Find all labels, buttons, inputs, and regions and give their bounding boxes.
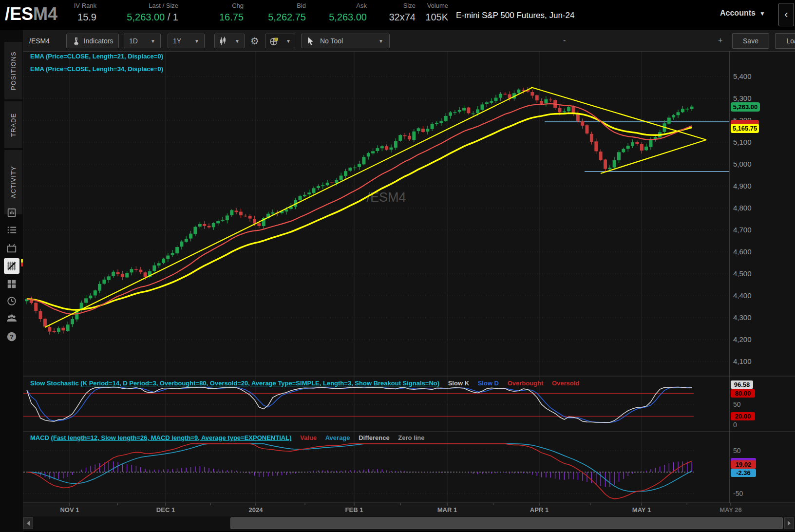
chevron-down-icon: ▼ xyxy=(194,38,199,44)
triangle-right-icon xyxy=(788,521,791,526)
watchlist-icon[interactable] xyxy=(5,224,18,237)
timeframe-select[interactable]: 1D▼ xyxy=(124,34,161,48)
flask-icon xyxy=(72,37,80,45)
chart-type-select[interactable]: ▼ xyxy=(214,34,245,48)
last-price-badge: 5,263.00 xyxy=(731,102,760,112)
legend-macd-average: Average xyxy=(325,434,350,441)
legend-overbought: Overbought xyxy=(508,380,544,387)
sidebar-tab-positions[interactable]: POSITIONS xyxy=(4,42,22,99)
instrument-description: E-mini S&P 500 Futures, Jun-24 xyxy=(456,11,574,20)
sidebar-tab-activity[interactable]: ACTIVITY xyxy=(4,150,22,214)
stochastic-study-label[interactable]: Slow Stochastic (K Period=14, D Period=3… xyxy=(30,380,439,387)
symbol-title: /ESM4 xyxy=(5,4,57,24)
stoch-value-badge: 96.58 xyxy=(731,380,753,389)
cursor-icon xyxy=(307,37,314,45)
macd-average-badge: -2.36 xyxy=(731,469,756,477)
chart-toolbar: /ESM4 Indicators 1D▼ 1Y▼ ▼ ⚙ ▼ No Tool ▼… xyxy=(23,30,795,52)
zoom-out-button[interactable]: - xyxy=(563,36,566,45)
stat-bid: Bid 5,262.75 xyxy=(244,2,306,24)
chevron-down-icon: ▼ xyxy=(379,38,383,44)
chevron-down-icon: ▼ xyxy=(759,10,765,17)
collapse-panel-button[interactable]: ‹ xyxy=(778,3,794,26)
legend-oversold: Oversold xyxy=(552,380,579,387)
range-select[interactable]: 1Y▼ xyxy=(168,34,205,48)
news-report-icon[interactable] xyxy=(5,207,18,219)
date-axis xyxy=(23,503,795,516)
load-button[interactable]: Load xyxy=(775,33,795,49)
save-button[interactable]: Save xyxy=(732,33,769,49)
symbol-root: /ES xyxy=(5,4,33,24)
stat-volume: Volume 105K xyxy=(417,2,448,24)
macd-legend: MACD (Fast length=12, Slow length=26, MA… xyxy=(30,434,425,441)
scroll-right-button[interactable] xyxy=(784,517,794,529)
legend-slow-d: Slow D xyxy=(478,380,499,387)
header-bar: /ESM4 IV Rank 15.9 Last / Size 5,263.00 … xyxy=(0,0,795,30)
app-window: /ESM4 IV Rank 15.9 Last / Size 5,263.00 … xyxy=(0,0,795,532)
legend-slow-k: Slow K xyxy=(448,380,469,387)
macd-study-label[interactable]: MACD (Fast length=12, Slow length=26, MA… xyxy=(30,434,291,441)
stoch-oversold-badge: 20.00 xyxy=(731,412,755,420)
ema34-study-label[interactable]: EMA (Price=CLOSE, Length=34, Displace=0) xyxy=(30,65,163,73)
chart-scrollbar xyxy=(23,516,795,531)
chevron-down-icon: ▼ xyxy=(235,38,240,44)
stat-last-size: Last / Size 5,263.00 / 1 xyxy=(111,2,178,24)
zoom-in-button[interactable]: + xyxy=(718,36,722,45)
macd-value-badge: 19.02 xyxy=(731,460,756,469)
stat-size: Size 32x74 xyxy=(378,2,416,24)
symbol-suffix: M4 xyxy=(33,4,57,24)
stoch-overbought-badge: 80.00 xyxy=(731,389,755,398)
ema34-price-badge: 5,165.75 xyxy=(731,124,759,133)
sidebar-tab-trade[interactable]: TRADE xyxy=(4,101,22,148)
compare-select[interactable]: ▼ xyxy=(265,34,295,48)
help-icon[interactable]: ? xyxy=(5,330,18,343)
accounts-dropdown[interactable]: Accounts▼ xyxy=(720,9,765,18)
stat-iv-rank: IV Rank 15.9 xyxy=(58,2,96,24)
scrollbar-thumb[interactable] xyxy=(230,517,783,529)
history-icon[interactable] xyxy=(5,295,18,307)
scroll-left-button[interactable] xyxy=(23,517,33,529)
chevron-left-icon: ‹ xyxy=(784,8,788,20)
alert-marker-red xyxy=(21,263,23,266)
legend-macd-value: Value xyxy=(300,434,317,441)
chevron-down-icon: ▼ xyxy=(286,38,291,44)
triangle-left-icon xyxy=(27,521,30,526)
chart-icon[interactable] xyxy=(4,258,19,274)
stat-chg: Chg 16.75 xyxy=(205,2,244,24)
chevron-down-icon: ▼ xyxy=(151,38,155,44)
community-icon[interactable] xyxy=(5,312,18,324)
alert-marker-yellow xyxy=(21,259,23,263)
ema21-study-label[interactable]: EMA (Price=CLOSE, Length=21, Displace=0) xyxy=(30,53,163,60)
compare-icon xyxy=(269,37,279,46)
toolbar-symbol-label: /ESM4 xyxy=(29,37,50,45)
indicators-button[interactable]: Indicators xyxy=(66,34,119,48)
stat-ask: Ask 5,263.00 xyxy=(304,2,367,24)
grid-layout-icon[interactable] xyxy=(5,278,18,290)
left-sidebar: POSITIONS TRADE ACTIVITY ? xyxy=(0,30,23,532)
drawing-tool-select[interactable]: No Tool ▼ xyxy=(301,34,390,48)
legend-macd-difference: Difference xyxy=(359,434,390,441)
candlestick-icon xyxy=(219,37,227,45)
tv-icon[interactable] xyxy=(5,242,18,254)
svg-text:?: ? xyxy=(10,333,14,341)
settings-gear-icon[interactable]: ⚙ xyxy=(250,35,259,47)
stochastic-legend: Slow Stochastic (K Period=14, D Period=3… xyxy=(30,380,579,387)
legend-macd-zero: Zero line xyxy=(398,434,424,441)
